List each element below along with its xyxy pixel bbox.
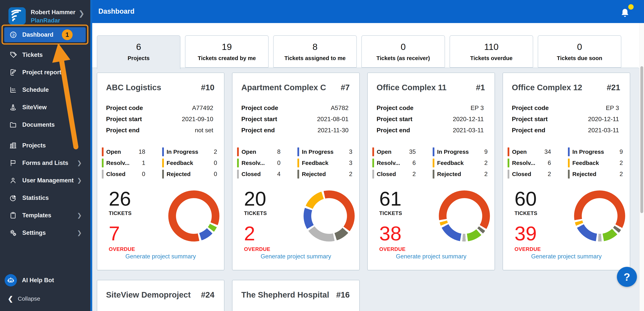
status-label: Resolv... bbox=[512, 160, 535, 166]
overdue-label: OVERDUE bbox=[514, 246, 541, 252]
generate-summary-link[interactable]: Generate project summary bbox=[503, 253, 630, 260]
status-count: 3 bbox=[349, 148, 352, 155]
sidebar-item-siteview[interactable]: SiteView bbox=[0, 98, 90, 116]
status-label: Open bbox=[242, 149, 256, 155]
project-code-value: A5782 bbox=[331, 104, 348, 116]
project-number: #21 bbox=[607, 83, 620, 92]
status-grid: Open 34 In Progress 9 Resolv... 6 bbox=[503, 146, 630, 180]
status-count: 9 bbox=[620, 148, 623, 155]
status-label: Feedback bbox=[302, 160, 328, 166]
project-title: ABC Logistics bbox=[106, 83, 161, 92]
status-label: Closed bbox=[512, 171, 531, 177]
status-color-bar bbox=[433, 147, 434, 156]
dashboard-icon bbox=[9, 31, 17, 39]
sidebar-item-schedule[interactable]: Schedule bbox=[0, 81, 90, 98]
status-row-resolved: Resolv... 0 bbox=[237, 157, 280, 169]
status-color-bar bbox=[162, 147, 164, 156]
generate-summary-link[interactable]: Generate project summary bbox=[97, 253, 224, 260]
status-grid: Open 8 In Progress 3 Resolv... 0 bbox=[232, 146, 359, 180]
detail-label: Project end bbox=[106, 127, 140, 138]
overdue-label: OVERDUE bbox=[109, 246, 135, 252]
detail-label: Project start bbox=[241, 116, 277, 127]
status-grid: Open 18 In Progress 2 Resolv... 1 bbox=[97, 146, 224, 180]
project-details: Project code A77492Project start 2021-09… bbox=[97, 104, 224, 138]
generate-summary-link[interactable]: Generate project summary bbox=[368, 253, 494, 260]
summary-tab-tickets-due-soon[interactable]: 0 Tickets due soon bbox=[538, 35, 621, 68]
sidebar-item-forms-and-lists[interactable]: Forms and Lists❯ bbox=[0, 154, 90, 172]
tab-value: 8 bbox=[274, 41, 356, 52]
notifications-bell-button[interactable] bbox=[619, 4, 634, 19]
status-row-in_progress: In Progress 9 bbox=[433, 146, 488, 157]
question-mark-icon: ? bbox=[624, 271, 630, 283]
scrollbar-track[interactable] bbox=[640, 23, 644, 311]
sidebar-item-project-reports[interactable]: Project reports bbox=[0, 63, 90, 81]
status-color-bar bbox=[508, 159, 509, 167]
status-count: 35 bbox=[409, 148, 416, 155]
summary-tab-tickets-assigned-to-me[interactable]: 8 Tickets assigned to me bbox=[273, 35, 357, 68]
sidebar-item-label: Project reports bbox=[22, 69, 65, 76]
project-details: Project code A5782Project start 2021-08-… bbox=[232, 104, 359, 138]
project-title: SiteView Demoproject bbox=[106, 290, 190, 300]
sidebar-item-statistics[interactable]: Statistics bbox=[0, 189, 90, 207]
status-count: 8 bbox=[277, 148, 280, 155]
sidebar-item-label: Documents bbox=[22, 121, 55, 128]
status-count: 2 bbox=[620, 171, 623, 178]
status-color-bar bbox=[372, 170, 374, 179]
status-row-resolved: Resolv... 6 bbox=[372, 157, 416, 169]
project-code-value: EP 3 bbox=[606, 104, 619, 116]
summary-tab-tickets-created-by-me[interactable]: 19 Tickets created by me bbox=[185, 35, 268, 68]
sidebar-item-tickets[interactable]: Tickets bbox=[0, 46, 90, 63]
overdue-count: 2 bbox=[244, 223, 270, 244]
status-row-feedback: Feedback 2 bbox=[568, 157, 623, 169]
bell-icon bbox=[619, 7, 631, 19]
status-label: Feedback bbox=[166, 160, 193, 166]
status-label: Open bbox=[512, 149, 527, 155]
status-color-bar bbox=[433, 170, 434, 179]
page-title: Dashboard bbox=[98, 7, 134, 15]
status-color-bar bbox=[568, 159, 570, 167]
account-header[interactable]: Robert Hammer PlanRadar ❯ bbox=[0, 0, 90, 24]
status-count: 18 bbox=[139, 148, 145, 155]
sidebar-item-projects[interactable]: Projects bbox=[0, 137, 90, 154]
status-color-bar bbox=[508, 147, 509, 156]
project-card-abc-logistics: ABC Logistics #10 Project code A77492Pro… bbox=[97, 72, 224, 270]
generate-summary-link[interactable]: Generate project summary bbox=[232, 253, 359, 260]
sidebar-item-label: Templates bbox=[22, 212, 51, 219]
project-start-value: 2020-12-11 bbox=[588, 116, 619, 127]
notification-badge: 1 bbox=[62, 29, 72, 40]
sidebar-item-dashboard[interactable]: Dashboard 1 bbox=[4, 27, 86, 42]
forms-and-lists-icon bbox=[9, 159, 17, 167]
sidebar-item-label: Projects bbox=[22, 142, 46, 149]
status-label: Open bbox=[106, 149, 121, 155]
help-fab-button[interactable]: ? bbox=[617, 267, 637, 287]
tickets-label: TICKETS bbox=[514, 210, 541, 216]
status-label: Open bbox=[377, 149, 392, 155]
summary-tab-projects[interactable]: 6 Projects bbox=[97, 35, 180, 69]
collapse-sidebar-button[interactable]: ❮ Collapse bbox=[8, 295, 40, 303]
summary-tab-tickets-as-receiver[interactable]: 0 Tickets (as receiver) bbox=[362, 35, 445, 68]
tickets-donut-chart bbox=[168, 190, 220, 242]
sidebar-item-documents[interactable]: Documents bbox=[0, 116, 90, 133]
statistics-icon bbox=[9, 194, 17, 202]
detail-label: Project code bbox=[512, 104, 549, 116]
status-color-bar bbox=[102, 170, 104, 179]
sidebar-item-settings[interactable]: Settings❯ bbox=[0, 224, 90, 242]
tab-label: Tickets created by me bbox=[186, 55, 268, 61]
chevron-right-icon: ❯ bbox=[77, 160, 82, 166]
tab-value: 0 bbox=[538, 41, 621, 52]
ai-help-bot-button[interactable]: AI Help Bot bbox=[4, 274, 54, 287]
projects-icon bbox=[9, 142, 17, 149]
sidebar-item-templates[interactable]: Templates❯ bbox=[0, 207, 90, 224]
project-card-office-complex-11: Office Complex 11 #1 Project code EP 3Pr… bbox=[367, 72, 495, 270]
status-row-rejected: Rejected 2 bbox=[298, 169, 352, 180]
ticket-totals: 61 TICKETS 38 OVERDUE bbox=[379, 188, 406, 252]
scrollbar-thumb[interactable] bbox=[640, 66, 643, 213]
sidebar-item-label: Statistics bbox=[22, 195, 49, 201]
project-code-value: EP 3 bbox=[470, 104, 484, 116]
project-start-value: 2020-12-11 bbox=[453, 116, 484, 127]
status-color-bar bbox=[237, 170, 239, 179]
sidebar-menu: TicketsProject reportsScheduleSiteViewDo… bbox=[0, 46, 90, 242]
summary-tab-tickets-overdue[interactable]: 110 Tickets overdue bbox=[450, 35, 533, 68]
sidebar-item-user-management[interactable]: User Management❯ bbox=[0, 172, 90, 189]
status-count: 0 bbox=[277, 160, 280, 166]
